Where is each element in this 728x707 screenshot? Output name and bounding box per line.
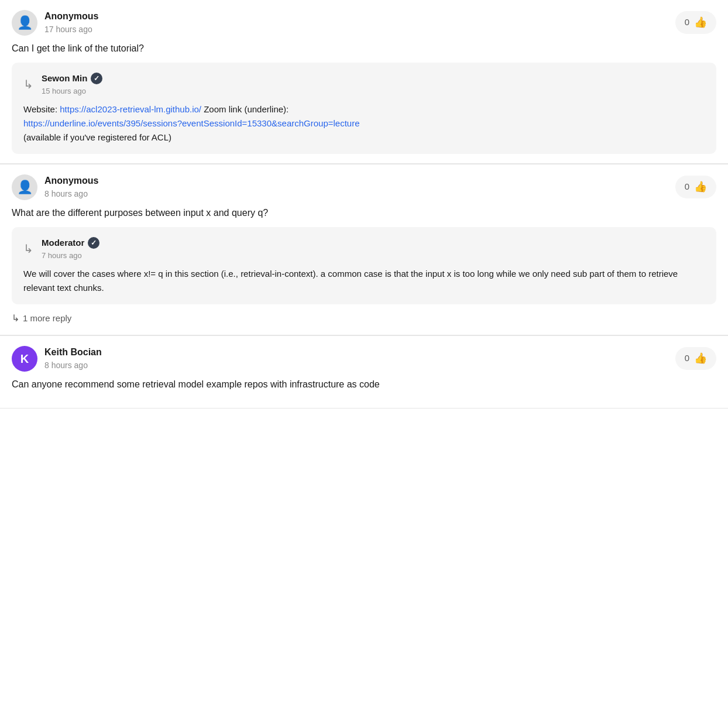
vote-box[interactable]: 0 👍 [675, 11, 716, 34]
reply-body-suffix: (available if you've registered for ACL) [23, 132, 171, 142]
vote-box[interactable]: 0 👍 [675, 176, 716, 198]
vote-count: 0 [685, 16, 689, 29]
avatar: K [12, 346, 37, 372]
comment-body: What are the different purposes between … [12, 206, 716, 220]
reply-header: ↳ Sewon Min ✓ 15 hours ago [23, 72, 705, 97]
comment-body: Can anyone recommend some retrieval mode… [12, 377, 716, 392]
reply-time: 15 hours ago [42, 85, 102, 97]
author-info: Keith Bocian 8 hours ago [44, 345, 102, 372]
more-replies[interactable]: ↳ 1 more reply [12, 311, 716, 325]
reply-block: ↳ Sewon Min ✓ 15 hours ago Website: http… [12, 63, 716, 154]
comment-time: 8 hours ago [44, 359, 102, 372]
avatar: 👤 [12, 10, 37, 36]
vote-count: 0 [685, 180, 689, 194]
reply-time: 7 hours ago [42, 250, 99, 262]
more-replies-arrow-icon: ↳ [12, 311, 19, 325]
reply-link-2[interactable]: https://underline.io/events/395/sessions… [23, 118, 360, 128]
comment-header: K Keith Bocian 8 hours ago 0 👍 [12, 345, 716, 372]
author-info: Anonymous 17 hours ago [44, 9, 98, 36]
thumbs-up-icon: 👍 [694, 15, 707, 30]
reply-arrow-icon: ↳ [23, 240, 33, 258]
reply-body: We will cover the cases where x!= q in t… [23, 267, 705, 295]
reply-block: ↳ Moderator ✓ 7 hours ago We will cover … [12, 227, 716, 304]
comment-header-left: 👤 Anonymous 8 hours ago [12, 174, 98, 200]
reply-body-middle: Zoom link (underline): [201, 104, 289, 114]
author-info: Anonymous 8 hours ago [44, 174, 98, 200]
reply-header: ↳ Moderator ✓ 7 hours ago [23, 236, 705, 261]
comment-header-left: K Keith Bocian 8 hours ago [12, 345, 102, 372]
thumbs-up-icon: 👍 [694, 179, 707, 195]
comment-body: Can I get the link of the tutorial? [12, 42, 716, 56]
reply-author-name: Sewon Min ✓ [42, 72, 102, 85]
comment-header: 👤 Anonymous 17 hours ago 0 👍 [12, 9, 716, 36]
avatar-letter: K [20, 350, 29, 368]
comment-header: 👤 Anonymous 8 hours ago 0 👍 [12, 174, 716, 200]
comment-block: 👤 Anonymous 8 hours ago 0 👍 What are the… [0, 164, 728, 335]
author-name: Anonymous [44, 9, 98, 23]
author-name: Anonymous [44, 174, 98, 188]
comment-thread: 👤 Anonymous 17 hours ago 0 👍 Can I get t… [0, 0, 728, 409]
more-replies-label: 1 more reply [23, 312, 71, 325]
verified-badge-icon: ✓ [91, 73, 102, 84]
comment-header-left: 👤 Anonymous 17 hours ago [12, 9, 98, 36]
vote-count: 0 [685, 352, 689, 365]
thumbs-up-icon: 👍 [694, 351, 707, 366]
avatar: 👤 [12, 174, 37, 200]
author-name: Keith Bocian [44, 345, 102, 359]
vote-box[interactable]: 0 👍 [675, 347, 716, 370]
reply-author-name: Moderator ✓ [42, 236, 99, 250]
comment-block: 👤 Anonymous 17 hours ago 0 👍 Can I get t… [0, 0, 728, 164]
reply-arrow-icon: ↳ [23, 75, 33, 93]
comment-time: 17 hours ago [44, 23, 98, 36]
reply-link-1[interactable]: https://acl2023-retrieval-lm.github.io/ [60, 104, 201, 114]
reply-author-info: Moderator ✓ 7 hours ago [42, 236, 99, 261]
comment-block: K Keith Bocian 8 hours ago 0 👍 Can anyon… [0, 336, 728, 409]
reply-author-info: Sewon Min ✓ 15 hours ago [42, 72, 102, 97]
comment-time: 8 hours ago [44, 188, 98, 200]
person-icon: 👤 [17, 177, 33, 197]
verified-badge-icon: ✓ [88, 237, 99, 249]
reply-body: Website: https://acl2023-retrieval-lm.gi… [23, 102, 705, 145]
person-icon: 👤 [17, 13, 33, 32]
reply-body-prefix: Website: [23, 104, 60, 114]
